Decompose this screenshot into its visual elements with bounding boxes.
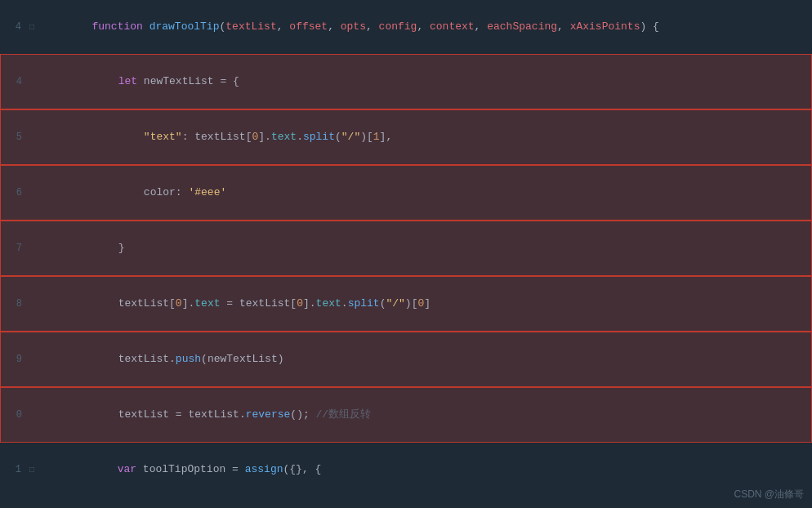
line-1: 4 □ function drawToolTip(textList, offse…: [0, 0, 812, 54]
line-8: 8 textList[0].text = textList[0].text.sp…: [0, 276, 812, 332]
line-num-11: 1: [0, 464, 26, 475]
line-10: 0 textList = textList.reverse(); //数组反转: [0, 387, 812, 443]
line-num-9: 9: [1, 354, 27, 365]
line-num-8: 8: [1, 298, 27, 310]
watermark: CSDN @油條哥: [734, 488, 804, 501]
code-lines: 4 □ function drawToolTip(textList, offse…: [0, 0, 812, 508]
line-content-5: "text": textList[0].text.split("/")[1],: [38, 110, 811, 164]
line-6: 6 color: '#eee': [0, 165, 812, 221]
line-num-7: 7: [1, 243, 27, 254]
line-content-4: let newTextList = {: [38, 55, 811, 109]
line-content-8: textList[0].text = textList[0].text.spli…: [38, 277, 811, 331]
line-11: 1 □ var toolTipOption = assign({}, {: [0, 443, 812, 497]
line-content-12: showBox: true,: [38, 497, 812, 508]
line-content-10: textList = textList.reverse(); //数组反转: [38, 388, 811, 442]
line-content-6: color: '#eee': [38, 166, 811, 220]
fold-11[interactable]: □: [26, 466, 38, 475]
line-num-1: 4: [0, 21, 26, 33]
line-content-11: var toolTipOption = assign({}, {: [38, 443, 812, 497]
code-editor: 4 □ function drawToolTip(textList, offse…: [0, 0, 812, 508]
line-num-6: 6: [1, 187, 27, 198]
line-num-5: 5: [1, 131, 27, 143]
line-4: 4 let newTextList = {: [0, 54, 812, 109]
line-12: 2 showBox: true,: [0, 497, 812, 508]
line-num-4: 4: [1, 76, 27, 87]
line-5: 5 "text": textList[0].text.split("/")[1]…: [0, 109, 812, 165]
line-content-9: textList.push(newTextList): [38, 332, 811, 386]
line-content-7: }: [38, 221, 811, 275]
line-7: 7 }: [0, 221, 812, 276]
line-9: 9 textList.push(newTextList): [0, 332, 812, 387]
line-num-10: 0: [1, 409, 27, 421]
line-content-1: function drawToolTip(textList, offset, o…: [38, 0, 812, 54]
fold-1[interactable]: □: [26, 23, 38, 32]
